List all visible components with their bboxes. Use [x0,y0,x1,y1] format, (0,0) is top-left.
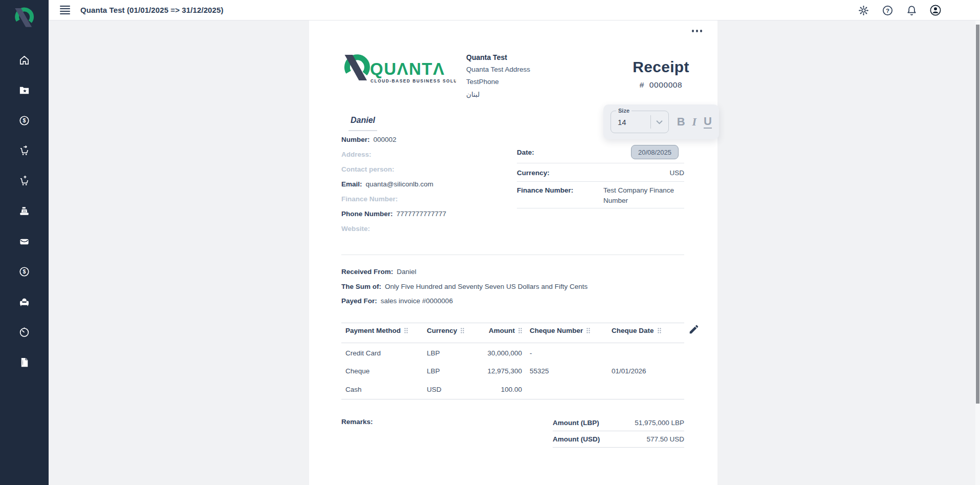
wallet-icon [18,236,30,247]
customer-field-address: Address: [341,151,375,158]
edit-payments-button[interactable] [688,324,701,336]
sidebar-item-pos[interactable] [0,196,49,226]
scrollbar-track[interactable] [975,20,980,485]
received-from-row: Received From:Daniel [341,268,417,276]
scrollbar-thumb[interactable] [976,25,979,404]
table-cell: 100.00 [458,386,522,393]
bold-button[interactable]: B [677,116,685,128]
sidebar-item-finance[interactable]: $ [0,106,49,136]
finance-number-value: Test Company Finance Number [603,185,684,206]
sum-of-row: The Sum of:Only Five Hundred and Seventy… [341,283,587,290]
customer-field-email: Email:quanta@siliconlb.com [341,180,433,188]
receipt-number: # 0000008 [596,80,726,90]
company-logo: QUΛNTΛ CLOUD-BASED BUSINESS SOLUTIONS [341,51,456,92]
page-title: Quanta Test (01/01/2025 => 31/12/2025) [80,6,224,14]
drag-handle-icon [658,328,661,333]
gear-icon[interactable] [857,4,869,16]
totals-block: Amount (LBP) 51,975,000 LBP Amount (USD)… [553,415,684,448]
column-header-cheque-date[interactable]: Cheque Date [612,327,661,334]
table-cell: Cheque [345,367,369,375]
table-cell: 12,975,300 [458,367,522,375]
sidebar-item-assets[interactable] [0,287,49,317]
table-cell: 55325 [530,367,549,375]
app-logo-icon[interactable] [12,6,36,30]
section-divider [341,255,684,255]
cart-plus-icon [18,175,30,187]
currency-label: Currency: [517,169,550,177]
receipt-title: Receipt [596,58,726,76]
sidebar: $ $ [0,0,49,485]
folder-star-icon [18,85,30,96]
cart-arrow-icon [18,145,30,157]
table-cell: Credit Card [345,349,381,357]
company-address: Quanta Test Address [466,64,530,76]
table-bottom-border [341,399,684,399]
table-top-border [341,323,684,323]
customer-field-phone: Phone Number:7777777777777 [341,210,446,218]
drag-handle-icon [518,328,522,333]
receipt-document: QUΛNTΛ CLOUD-BASED BUSINESS SOLUTIONS Qu… [309,20,717,485]
bell-icon[interactable] [905,4,918,16]
sidebar-item-documents[interactable] [0,75,49,106]
dollar-circle-icon: $ [18,266,30,278]
customer-field-finance: Finance Number: [341,195,401,203]
date-input[interactable]: 20/08/2025 [631,145,679,159]
currency-value: USD [669,169,684,177]
table-cell: 01/01/2026 [612,367,646,375]
underline-button[interactable]: U [704,116,712,129]
remarks-label: Remarks: [341,418,373,426]
table-header-border [341,343,684,343]
table-cell: Cash [345,386,362,393]
svg-text:$: $ [23,117,26,123]
sidebar-item-payments[interactable] [0,226,49,257]
sidebar-item-reports[interactable] [0,347,49,377]
total-lbp-label: Amount (LBP) [553,419,599,427]
brand-tagline: CLOUD-BASED BUSINESS SOLUTIONS [371,78,456,83]
font-size-label: Size [616,108,631,114]
table-cell: - [530,349,532,357]
table-cell: 30,000,000 [458,349,522,357]
total-usd-label: Amount (USD) [553,435,600,443]
format-toolbar: Size 14 B I U [603,104,719,139]
more-options-icon[interactable] [690,28,705,34]
sidebar-item-home[interactable] [0,45,49,75]
sidebar-item-purchases[interactable] [0,166,49,196]
column-header-payment-method[interactable]: Payment Method [345,327,408,334]
company-country: لبنان [466,88,530,100]
date-label: Date: [517,149,534,156]
help-icon[interactable]: ? [881,4,894,16]
company-info: Quanta Test Quanta Test Address TestPhon… [466,51,530,100]
font-size-select[interactable]: Size 14 [611,111,669,133]
table-cell: USD [427,386,442,393]
drag-handle-icon [404,328,408,333]
svg-text:$: $ [23,268,26,275]
pencil-icon [688,324,700,335]
column-header-amount[interactable]: Amount [458,327,522,334]
sidebar-nav: $ $ [0,45,49,377]
total-usd-value: 577.50 USD [646,435,684,443]
payed-for-row: Payed For:sales invoice #0000006 [341,297,453,305]
dollar-circle-icon: $ [18,115,30,126]
total-lbp-value: 51,975,000 LBP [635,419,684,427]
invoice-icon [18,356,30,368]
drag-handle-icon [586,328,590,333]
brand-text: QUΛNTΛ [370,59,445,78]
cash-register-icon [18,205,30,217]
finance-number-label: Finance Number: [517,186,573,194]
total-lbp-row: Amount (LBP) 51,975,000 LBP [553,415,684,431]
customer-name: Daniel [351,116,375,125]
font-size-value: 14 [611,118,650,126]
sidebar-item-sales[interactable] [0,136,49,166]
chevron-down-icon [651,120,668,124]
customer-field-website: Website: [341,225,374,233]
menu-icon[interactable] [60,6,70,15]
italic-button[interactable]: I [692,116,697,128]
customer-name-divider [349,130,377,131]
avatar-icon[interactable] [929,4,942,16]
topbar: Quanta Test (01/01/2025 => 31/12/2025) ? [49,0,980,20]
sidebar-item-time[interactable] [0,317,49,347]
sidebar-item-expenses[interactable]: $ [0,257,49,287]
timer-icon [18,326,30,338]
column-header-cheque-number[interactable]: Cheque Number [530,327,590,334]
armchair-icon [18,296,30,308]
